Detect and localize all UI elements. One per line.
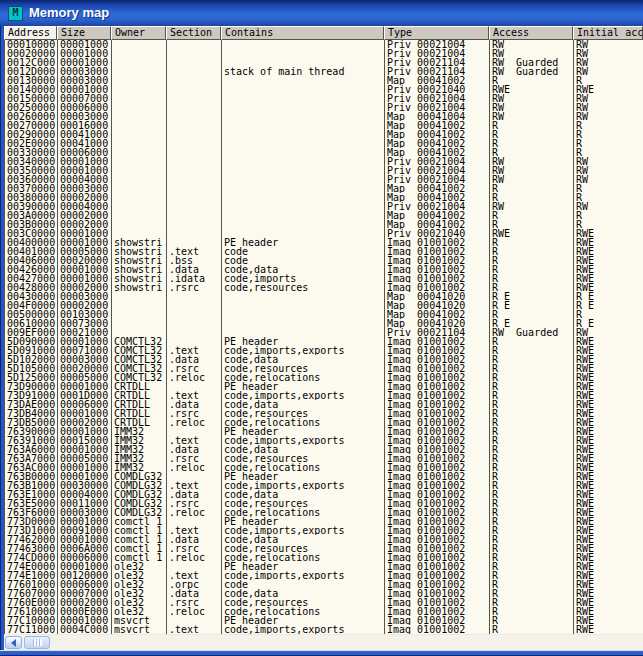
memory-row[interactable]: 5D12500000005000COMCTL32.reloccode,reloc…	[5, 373, 643, 382]
memory-row[interactable]: 002E000000041000Map 00041002RR	[5, 139, 643, 148]
memory-row[interactable]: 003B000000002000Map 00041002RR	[5, 220, 643, 229]
memory-row[interactable]: 763A700000005000IMM32.rsrccode,resources…	[5, 454, 643, 463]
memory-row[interactable]: 0027000000016000Map 00041002RR	[5, 121, 643, 130]
cell-access: R	[490, 139, 574, 148]
memory-row[interactable]: 73DAE00000006000CRTDLL.datacode,dataImag…	[5, 400, 643, 409]
column-header-access[interactable]: Access	[489, 26, 573, 40]
cell-access: RW	[490, 40, 574, 49]
cell-owner: ole32	[112, 607, 167, 616]
memory-row[interactable]: 7639000000001000IMM32PE headerImag 01001…	[5, 427, 643, 436]
memory-row[interactable]: 0039000000004000Priv 00021004RWRW	[5, 202, 643, 211]
memory-row[interactable]: 5D09100000071000COMCTL32.textcode,import…	[5, 346, 643, 355]
memory-row[interactable]: 0026000000003000Map 00041004RWRW	[5, 112, 643, 121]
cell-contains: code,data	[222, 355, 385, 364]
cell-section	[167, 202, 222, 211]
memory-row[interactable]: 0033000000006000Map 00041002RR	[5, 148, 643, 157]
column-header-size[interactable]: Size	[57, 26, 111, 40]
cell-access: R	[490, 121, 574, 130]
memory-row[interactable]: 73D9000000001000CRTDLLPE headerImag 0100…	[5, 382, 643, 391]
memory-row[interactable]: 7639100000015000IMM32.textcode,imports,e…	[5, 436, 643, 445]
memory-row[interactable]: 0042700000001000showstri.idatacode,impor…	[5, 274, 643, 283]
memory-row[interactable]: 0042600000001000showstri.datacode,dataIm…	[5, 265, 643, 274]
column-header-type[interactable]: Type	[384, 26, 489, 40]
memory-row[interactable]: 0038000000002000Map 00041002RR	[5, 193, 643, 202]
memory-row[interactable]: 774630000006A000comctl_1.rsrccode,resour…	[5, 544, 643, 553]
column-header-section[interactable]: Section	[166, 26, 221, 40]
memory-row[interactable]: 0043000000003000Map 00041020R ER E	[5, 292, 643, 301]
memory-row[interactable]: 0042800000002000showstri.rsrccode,resour…	[5, 283, 643, 292]
memory-row[interactable]: 0025000000006000Priv 00021004RWRW	[5, 103, 643, 112]
memory-row[interactable]: 7760E00000002000ole32.rsrccode,resources…	[5, 598, 643, 607]
cell-contains: code,imports,exports	[222, 391, 385, 400]
cell-owner: COMDLG32	[112, 481, 167, 490]
column-header-address[interactable]: Address	[4, 26, 57, 40]
cell-access: R	[490, 409, 574, 418]
title-bar[interactable]: M Memory map	[0, 0, 643, 26]
cell-access: R	[490, 400, 574, 409]
cell-initial-acc: RWE	[574, 571, 643, 580]
memory-row[interactable]: 763B000000001000COMDLG32PE headerImag 01…	[5, 472, 643, 481]
memory-row[interactable]: 5D10500000020000COMCTL32.rsrccode,resour…	[5, 364, 643, 373]
memory-row[interactable]: 0014000000001000Priv 00021040RWERWE	[5, 85, 643, 94]
memory-row[interactable]: 0035000000001000Priv 00021004RWRW	[5, 166, 643, 175]
memory-row[interactable]: 773D000000001000comctl_1PE headerImag 01…	[5, 517, 643, 526]
memory-row[interactable]: 0036000000004000Priv 00021004RWRW	[5, 175, 643, 184]
memory-row[interactable]: 0001000000001000Priv 00021004RWRW	[5, 40, 643, 49]
memory-row[interactable]: 763F600000003000COMDLG32.reloccode,reloc…	[5, 508, 643, 517]
memory-row[interactable]: 009EF00000021000Priv 00021104RW GuardedR…	[5, 328, 643, 337]
memory-row[interactable]: 0029000000041000Map 00041002RR	[5, 130, 643, 139]
memory-row[interactable]: 7760100000006000ole32.orpccodeImag 01001…	[5, 580, 643, 589]
column-header-contains[interactable]: Contains	[221, 26, 384, 40]
cell-contains: code,imports,exports	[222, 526, 385, 535]
horizontal-scrollbar[interactable]	[4, 634, 643, 650]
cell-size: 00071000	[58, 346, 112, 355]
memory-row[interactable]: 0015000000007000Priv 00021004RWRW	[5, 94, 643, 103]
scroll-left-button[interactable]	[5, 636, 22, 649]
memory-row[interactable]: 0037000000003000Map 00041002RR	[5, 184, 643, 193]
memory-row[interactable]: 0061000000073000Map 00041020R ER E	[5, 319, 643, 328]
cell-address: 73DAE000	[5, 400, 58, 409]
memory-row[interactable]: 773D100000091000comctl_1.textcode,import…	[5, 526, 643, 535]
cell-section: .text	[167, 571, 222, 580]
memory-row[interactable]: 0002000000001000Priv 00021004RWRW	[5, 49, 643, 58]
column-header-initial-acc[interactable]: Initial acc	[573, 26, 643, 40]
memory-row[interactable]: 776100000000E000ole32.reloccode,relocati…	[5, 607, 643, 616]
memory-row[interactable]: 7760700000007000ole32.datacode,dataImag …	[5, 589, 643, 598]
memory-row[interactable]: 73DB500000002000CRTDLL.reloccode,relocat…	[5, 418, 643, 427]
memory-row[interactable]: 004F000000002000Map 00041020R ER E	[5, 301, 643, 310]
memory-row[interactable]: 73DB400000001000CRTDLL.rsrccode,resource…	[5, 409, 643, 418]
memory-row[interactable]: 0012C00000001000Priv 00021104RW GuardedR…	[5, 58, 643, 67]
memory-row[interactable]: 0040600000020000showstri.bsscodeImag 010…	[5, 256, 643, 265]
memory-row[interactable]: 763E500000011000COMDLG32.rsrccode,resour…	[5, 499, 643, 508]
memory-row[interactable]: 774E100000120000ole32.textcode,imports,e…	[5, 571, 643, 580]
cell-access: R	[490, 382, 574, 391]
cell-section: .text	[167, 625, 222, 634]
cell-access: R	[490, 499, 574, 508]
memory-row[interactable]: 0012D00000003000stack of main threadPriv…	[5, 67, 643, 76]
memory-row[interactable]: 763AC00000001000IMM32.reloccode,relocati…	[5, 463, 643, 472]
memory-row[interactable]: 73D910000001D000CRTDLL.textcode,imports,…	[5, 391, 643, 400]
cell-initial-acc: RWE	[574, 508, 643, 517]
memory-row[interactable]: 0034000000001000Priv 00021004RWRW	[5, 157, 643, 166]
memory-row[interactable]: 774CD00000006000comctl_1.reloccode,reloc…	[5, 553, 643, 562]
memory-row[interactable]: 763A600000001000IMM32.datacode,dataImag …	[5, 445, 643, 454]
memory-row[interactable]: 003C000000001000Priv 00021040RWERWE	[5, 229, 643, 238]
memory-row[interactable]: 763E100000004000COMDLG32.datacode,dataIm…	[5, 490, 643, 499]
memory-row[interactable]: 7746200000001000comctl_1.datacode,dataIm…	[5, 535, 643, 544]
cell-owner	[112, 301, 167, 310]
cell-size: 00003000	[58, 355, 112, 364]
cell-section	[167, 229, 222, 238]
memory-row[interactable]: 77C1000000001000msvcrtPE headerImag 0100…	[5, 616, 643, 625]
memory-row[interactable]: 0040100000005000showstri.textcodeImag 01…	[5, 247, 643, 256]
memory-row[interactable]: 5D10200000003000COMCTL32.datacode,dataIm…	[5, 355, 643, 364]
memory-row[interactable]: 0050000000103000Map 00041002RR	[5, 310, 643, 319]
scroll-thumb[interactable]	[24, 636, 50, 649]
column-header-owner[interactable]: Owner	[111, 26, 166, 40]
memory-row[interactable]: 5D09000000001000COMCTL32PE headerImag 01…	[5, 337, 643, 346]
memory-row[interactable]: 77C110000004C000msvcrt.textcode,imports,…	[5, 625, 643, 634]
memory-row[interactable]: 763B100000030000COMDLG32.textcode,import…	[5, 481, 643, 490]
memory-row[interactable]: 003A000000002000Map 00041002RR	[5, 211, 643, 220]
memory-row[interactable]: 0040000000001000showstriPE headerImag 01…	[5, 238, 643, 247]
memory-row[interactable]: 774E000000001000ole32PE headerImag 01001…	[5, 562, 643, 571]
memory-row[interactable]: 0013000000003000Map 00041002RR	[5, 76, 643, 85]
